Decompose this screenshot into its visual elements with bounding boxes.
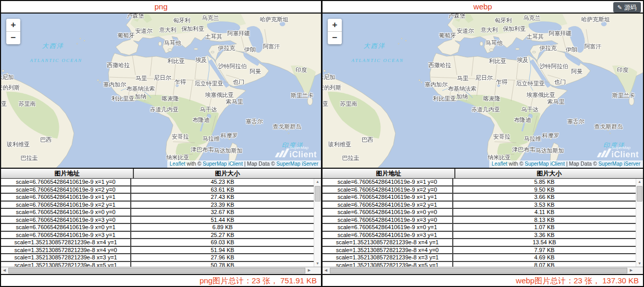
cell-image-size: 27.43 KB — [131, 194, 314, 200]
zoom-out-button[interactable]: − — [328, 32, 342, 44]
column-header-size: 图片大小 — [134, 169, 321, 178]
cell-image-size: 9.50 KB — [453, 186, 636, 193]
supermap-iclient-link[interactable]: SuperMap iClient — [203, 161, 243, 167]
table-row: scale=1.3521308572821239e-8 x=5 y=18.07 … — [323, 262, 636, 267]
cell-image-size: 25.27 KB — [131, 232, 314, 238]
table-row: scale=6.760654286410619e-9 x=3 y=08.13 K… — [323, 217, 636, 224]
table-row: scale=6.760654286410619e-9 x=0 y=16.89 K… — [1, 224, 314, 232]
cell-image-size: 23.39 KB — [131, 202, 314, 208]
vertical-scroll-thumb[interactable] — [315, 186, 320, 202]
cell-image-size: 3.53 KB — [453, 202, 636, 208]
horizontal-scrollbar[interactable]: ◀ ▶ — [1, 267, 321, 274]
cell-image-url: scale=6.760654286410619e-9 x=2 y=0 — [323, 186, 453, 193]
webp-table-body: scale=6.760654286410619e-9 x=1 y=05.85 K… — [323, 179, 643, 267]
leaflet-link[interactable]: Leaflet — [170, 161, 185, 167]
map-attribution: Leaflet with © SuperMap iClient | Map Da… — [167, 160, 321, 168]
webp-panel-title: webp — [323, 1, 643, 14]
cell-image-url: scale=1.3521308572821239e-8 x=4 y=1 — [1, 239, 131, 246]
table-row: scale=6.760654286410619e-9 x=2 y=09.50 K… — [323, 186, 636, 194]
scroll-up-arrow-icon[interactable]: ▲ — [636, 179, 643, 185]
png-table-body: scale=6.760654286410619e-9 x=1 y=045.23 … — [1, 179, 321, 267]
table-row: scale=6.760654286410619e-9 x=3 y=13.36 K… — [323, 232, 636, 240]
cell-image-size: 32.67 KB — [131, 209, 314, 215]
vertical-scroll-thumb[interactable] — [637, 186, 642, 202]
table-row: scale=1.3521308572821239e-8 x=4 y=07.97 … — [323, 247, 636, 255]
cell-image-size: 45.23 KB — [131, 179, 314, 185]
png-total-summary: png图片总计：23 张， 751.91 KB — [1, 274, 321, 286]
scroll-down-arrow-icon[interactable]: ▼ — [314, 260, 321, 267]
cell-image-url: scale=6.760654286410619e-9 x=0 y=0 — [323, 209, 453, 216]
source-code-label: 源码 — [624, 3, 637, 11]
cell-image-url: scale=6.760654286410619e-9 x=1 y=1 — [1, 194, 131, 201]
table-row: scale=6.760654286410619e-9 x=1 y=127.43 … — [1, 194, 314, 202]
map-zoom-control: + − — [6, 19, 20, 44]
supermap-iserver-link[interactable]: SuperMap iServer — [598, 161, 640, 167]
table-row: scale=1.3521308572821239e-8 x=5 y=150.78… — [1, 262, 314, 267]
webp-table-header: 图片地址 图片大小 — [323, 169, 643, 179]
cell-image-size: 51.44 KB — [131, 217, 314, 223]
table-row: scale=6.760654286410619e-9 x=1 y=045.23 … — [1, 179, 314, 186]
horizontal-scroll-thumb[interactable] — [330, 268, 627, 273]
table-row: scale=6.760654286410619e-9 x=2 y=13.53 K… — [323, 202, 636, 209]
cell-image-url: scale=6.760654286410619e-9 x=0 y=1 — [323, 224, 453, 231]
column-header-url: 图片地址 — [1, 169, 134, 178]
vertical-scrollbar[interactable]: ▲ ▼ — [314, 179, 321, 267]
vertical-scrollbar[interactable]: ▲ ▼ — [636, 179, 643, 267]
column-header-size: 图片大小 — [455, 169, 643, 178]
zoom-out-button[interactable]: − — [6, 32, 20, 44]
png-table-header: 图片地址 图片大小 — [1, 169, 321, 179]
world-map[interactable] — [1, 14, 321, 168]
cell-image-size: 51.94 KB — [131, 247, 314, 253]
cell-image-url: scale=6.760654286410619e-9 x=3 y=1 — [1, 232, 131, 239]
cell-image-size: 50.78 KB — [131, 262, 314, 267]
cell-image-size: 8.13 KB — [453, 217, 636, 223]
cell-image-size: 63.61 KB — [131, 186, 314, 193]
scroll-left-arrow-icon[interactable]: ◀ — [1, 267, 8, 274]
supermap-iserver-link[interactable]: SuperMap iServer — [276, 161, 318, 167]
webp-total-summary: webp图片总计：23 张， 137.30 KB — [323, 274, 643, 286]
cell-image-url: scale=1.3521308572821239e-8 x=3 y=1 — [323, 254, 453, 261]
scroll-right-arrow-icon[interactable]: ▶ — [306, 267, 313, 274]
cell-image-url: scale=6.760654286410619e-9 x=3 y=0 — [1, 217, 131, 223]
table-row: scale=6.760654286410619e-9 x=1 y=13.66 K… — [323, 194, 636, 202]
cell-image-url: scale=1.3521308572821239e-8 x=4 y=0 — [323, 247, 453, 254]
table-row: scale=1.3521308572821239e-8 x=3 y=14.69 … — [323, 254, 636, 262]
supermap-iclient-link[interactable]: SuperMap iClient — [525, 161, 565, 167]
table-row: scale=6.760654286410619e-9 x=0 y=11.07 K… — [323, 224, 636, 232]
scroll-up-arrow-icon[interactable]: ▲ — [314, 179, 321, 185]
table-row: scale=6.760654286410619e-9 x=0 y=04.11 K… — [323, 209, 636, 217]
horizontal-scroll-thumb[interactable] — [8, 268, 305, 273]
webp-map[interactable]: 大西洋ATLANTIC OCEAN印度洋卢森堡匈牙利乌克兰哈萨克斯坦意大利保加利… — [323, 14, 643, 169]
attribution-separator: | Map Data © — [565, 161, 598, 167]
cell-image-url: scale=6.760654286410619e-9 x=0 y=0 — [1, 209, 131, 216]
world-map[interactable] — [323, 14, 643, 168]
scroll-down-arrow-icon[interactable]: ▼ — [636, 260, 643, 267]
source-code-button[interactable]: ✎ 源码 — [613, 2, 641, 13]
cell-image-size: 4.11 KB — [453, 209, 636, 215]
table-row: scale=6.760654286410619e-9 x=1 y=05.85 K… — [323, 179, 636, 186]
leaflet-link[interactable]: Leaflet — [492, 161, 507, 167]
map-zoom-control: + − — [328, 19, 342, 44]
cell-image-url: scale=1.3521308572821239e-8 x=4 y=0 — [1, 247, 131, 254]
table-row: scale=6.760654286410619e-9 x=2 y=123.39 … — [1, 202, 314, 209]
cell-image-size: 4.69 KB — [453, 254, 636, 260]
cell-image-url: scale=6.760654286410619e-9 x=3 y=0 — [323, 217, 453, 223]
png-map[interactable]: 大西洋ATLANTIC OCEAN印度洋卢森堡匈牙利乌克兰哈萨克斯坦意大利保加利… — [1, 14, 321, 169]
cell-image-size: 8.07 KB — [453, 262, 636, 267]
map-attribution: Leaflet with © SuperMap iClient | Map Da… — [489, 160, 643, 168]
cell-image-size: 5.85 KB — [453, 179, 636, 185]
pencil-icon: ✎ — [617, 3, 622, 11]
panel-png: png — [1, 1, 321, 286]
cell-image-url: scale=6.760654286410619e-9 x=3 y=1 — [323, 232, 453, 239]
horizontal-scrollbar[interactable]: ◀ ▶ — [323, 267, 643, 274]
zoom-in-button[interactable]: + — [328, 19, 342, 32]
cell-image-url: scale=1.3521308572821239e-8 x=5 y=1 — [1, 262, 131, 267]
png-table-rows: scale=6.760654286410619e-9 x=1 y=045.23 … — [1, 179, 314, 267]
scroll-left-arrow-icon[interactable]: ◀ — [323, 267, 329, 274]
cell-image-url: scale=6.760654286410619e-9 x=1 y=0 — [1, 179, 131, 185]
cell-image-url: scale=6.760654286410619e-9 x=2 y=1 — [323, 202, 453, 208]
table-row: scale=1.3521308572821239e-8 x=4 y=113.54… — [323, 239, 636, 247]
cell-image-size: 1.07 KB — [453, 224, 636, 230]
scroll-right-arrow-icon[interactable]: ▶ — [628, 267, 635, 274]
zoom-in-button[interactable]: + — [6, 19, 20, 32]
